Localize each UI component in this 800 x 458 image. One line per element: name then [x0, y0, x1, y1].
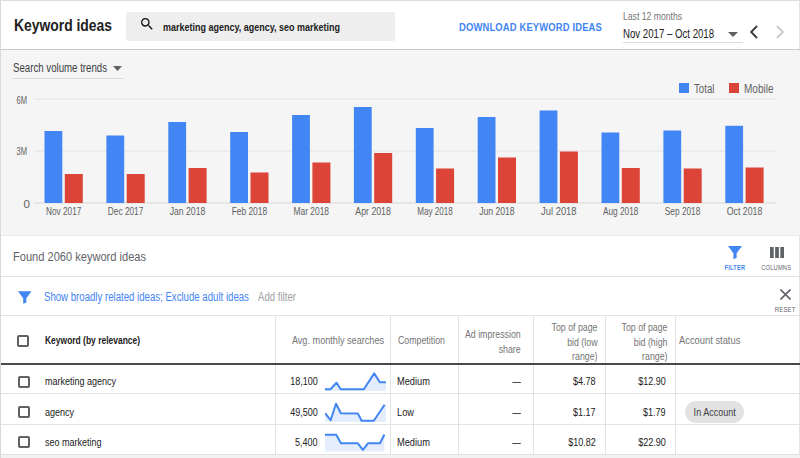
svg-text:Aug 2018: Aug 2018 [603, 205, 639, 217]
svg-text:0: 0 [24, 198, 30, 210]
svg-text:May 2018: May 2018 [417, 205, 453, 217]
svg-text:Mar 2018: Mar 2018 [294, 205, 330, 217]
svg-text:Jul 2018: Jul 2018 [541, 205, 577, 217]
svg-text:Oct 2018: Oct 2018 [727, 205, 763, 217]
svg-text:3M: 3M [17, 145, 28, 157]
svg-text:Jun 2018: Jun 2018 [479, 205, 515, 217]
svg-text:Apr 2018: Apr 2018 [355, 205, 391, 217]
svg-text:Dec 2017: Dec 2017 [108, 205, 144, 217]
svg-text:6M: 6M [17, 94, 28, 106]
svg-text:Sep 2018: Sep 2018 [665, 205, 701, 217]
svg-text:Nov 2017: Nov 2017 [46, 205, 82, 217]
svg-text:Feb 2018: Feb 2018 [232, 205, 268, 217]
svg-text:Jan 2018: Jan 2018 [170, 205, 206, 217]
